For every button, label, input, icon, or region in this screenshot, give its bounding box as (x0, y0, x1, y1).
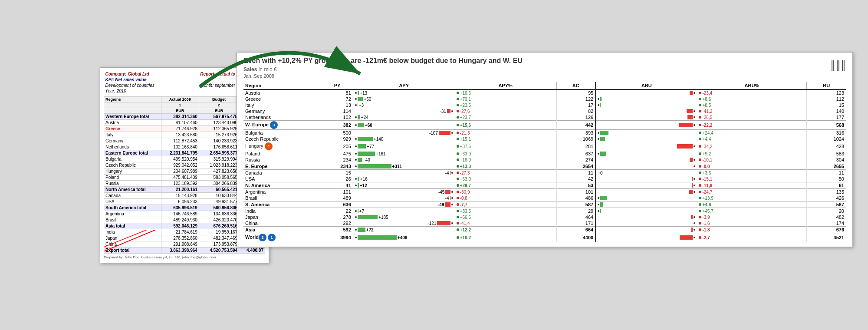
ac-cell: 464 (556, 214, 595, 220)
dpypct-cell: -7,7 (455, 201, 556, 208)
py-cell: 475 (322, 151, 353, 157)
region-cell: Canada (243, 170, 322, 176)
bu-cell: 140 (807, 108, 846, 114)
region-cell: S. America (243, 201, 322, 208)
chart-title: Even with +10,2% PY growth we are -121m€… (243, 57, 523, 65)
dbupct-cell: -41,2 (697, 108, 806, 114)
dpypct-cell: +15,6 (455, 121, 556, 130)
dpypct-cell: -30,9 (455, 189, 556, 195)
dbupct-cell: +8,5 (697, 102, 806, 108)
dpy-bar-cell: -4 (353, 195, 454, 201)
py-cell: 102 (322, 114, 353, 121)
py-cell: 382 (322, 121, 353, 130)
py-cell: 81 (322, 89, 353, 96)
dpy-header: ΔPY (353, 82, 454, 89)
bu-cell: 177 (807, 114, 846, 121)
dbupct-cell: -34,2 (697, 142, 806, 151)
dpypct-cell: +33,5 (455, 208, 556, 214)
dbu-bar-cell (595, 121, 697, 130)
py-cell: 205 (322, 142, 353, 151)
bu-cell: 1024 (807, 136, 846, 142)
bu-cell: 112 (807, 96, 846, 102)
dpy-bar-cell: -4 (353, 170, 454, 176)
dpypct-cell: +33,9 (455, 151, 556, 157)
bu-cell: 426 (807, 195, 846, 201)
bu-header: BU (807, 82, 846, 89)
ac-cell: 29 (556, 208, 595, 214)
py-cell: 234 (322, 157, 353, 163)
py-cell: 592 (322, 227, 353, 233)
region-cell: Czech Republic (243, 136, 322, 142)
ac-cell: 82 (556, 108, 595, 114)
ac-cell: 95 (556, 89, 595, 96)
bu-cell: 50 (807, 176, 846, 182)
dpypct-header: ΔPY% (455, 82, 556, 89)
dpypct-cell: -21,3 (455, 130, 556, 136)
dpypct-cell: +23,7 (455, 114, 556, 121)
region-cell: China (243, 220, 322, 227)
dev-label: Development of countries (104, 82, 199, 88)
region-cell: W. Europe 3 (243, 121, 322, 130)
dbu-bar-cell (595, 108, 697, 114)
region-cell: World2 1 (243, 233, 322, 242)
dpy-bar-cell: -45 (353, 189, 454, 195)
dbupct-cell: -3,9 (697, 214, 806, 220)
py-cell: 41 (322, 182, 353, 189)
dbu-bar-cell (595, 208, 697, 214)
bu-cell: 482 (807, 214, 846, 220)
right-chart-panel: Even with +10,2% PY growth we are -121m€… (237, 52, 853, 247)
region-col-header: Regions (104, 97, 161, 102)
region-cell: India (243, 208, 322, 214)
region-cell: Brasil (243, 195, 322, 201)
dbupct-header: ΔBU% (697, 82, 806, 89)
py-cell: 13 (322, 102, 353, 108)
dpy-bar-cell: +140 (353, 136, 454, 142)
dbupct-cell: -11,9 (697, 182, 806, 189)
bu-cell: 61 (807, 182, 846, 189)
region-cell: Greece (243, 96, 322, 102)
dpy-bar-cell: -107 (353, 130, 454, 136)
region-cell: Japan (243, 214, 322, 220)
dbupct-cell: -1,8 (697, 227, 806, 233)
ac-cell: 42 (556, 176, 595, 182)
dpypct-cell: +10,2 (455, 233, 556, 242)
bu-cell: 316 (807, 130, 846, 136)
dbupct-cell: +45,7 (697, 208, 806, 214)
dpypct-cell: +70,1 (455, 96, 556, 102)
region-cell: Asia (243, 227, 322, 233)
ac-cell: 274 (556, 157, 595, 163)
region-cell: E. Europe (243, 163, 322, 170)
dpy-bar-cell: -49 (353, 201, 454, 208)
dpy-bar-cell: +161 (353, 151, 454, 157)
dbupct-cell: -22,2 (697, 121, 806, 130)
dpy-bar-cell: +185 (353, 214, 454, 220)
bu-cell: 2655 (807, 163, 846, 170)
ac-cell: 587 (556, 201, 595, 208)
chart-data-table: Region PY ΔPY ΔPY% AC ΔBU ΔBU% BU Austri… (243, 82, 846, 242)
dbu-bar-cell (595, 114, 697, 121)
ac-cell: 281 (556, 142, 595, 151)
bu-cell: 676 (807, 227, 846, 233)
dpy-bar-cell: +50 (353, 96, 454, 102)
py-cell: 929 (322, 136, 353, 142)
dbu-bar-cell (595, 157, 697, 163)
dbupct-cell: -10,1 (697, 157, 806, 163)
footer-label: Prepared by: John Doe, business analyst,… (104, 255, 265, 259)
region-cell: Argentina (243, 189, 322, 195)
bar-chart-icon: ‖‖‖ (830, 59, 846, 71)
ac-cell: 126 (556, 114, 595, 121)
py-cell: 278 (322, 214, 353, 220)
ac-cell: 4400 (556, 233, 595, 242)
dbu-bar-cell (595, 182, 697, 189)
dbupct-cell: -28,5 (697, 114, 806, 121)
dbu-bar-cell: +0 (595, 170, 697, 176)
ac-cell: 171 (556, 220, 595, 227)
dbupct-cell: +8,6 (697, 96, 806, 102)
bu-cell: 583 (807, 151, 846, 157)
dbupct-cell: +24,4 (697, 130, 806, 136)
region-cell: Germany (243, 108, 322, 114)
ac-cell: 122 (556, 96, 595, 102)
ac-cell: 393 (556, 130, 595, 136)
region-cell: USA (243, 176, 322, 182)
dpy-bar-cell: +311 (353, 163, 454, 170)
